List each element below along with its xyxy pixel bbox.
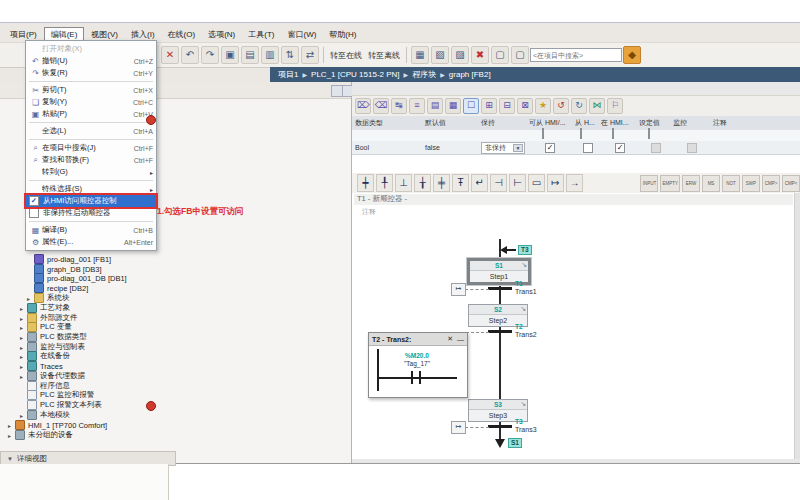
cell-comment[interactable]: [710, 141, 800, 155]
column-header-datatype[interactable]: 数据类型: [352, 116, 426, 131]
tree-item-plc-alarms[interactable]: PLC 监控和报警: [27, 390, 94, 400]
checkbox[interactable]: [580, 128, 582, 139]
entry-jump-label[interactable]: T3: [518, 245, 532, 255]
tree-item-online-backups[interactable]: ▸在线备份: [20, 351, 70, 361]
go-online-button[interactable]: 转至在线: [330, 50, 362, 61]
window2-icon[interactable]: ▢: [511, 46, 529, 64]
compile-icon[interactable]: ▦: [411, 46, 429, 64]
save-icon[interactable]: ▣: [221, 46, 239, 64]
open-contact-icon[interactable]: ⊣: [490, 174, 507, 192]
column-header-default[interactable]: 默认值: [422, 116, 482, 131]
menu-item-compile[interactable]: ▦编译(B)Ctrl+B: [26, 224, 156, 236]
menu-item-nonretain[interactable]: 非保持性启动顺控器: [26, 207, 156, 219]
menu-help[interactable]: 帮助(H): [323, 28, 362, 41]
menu-item-properties[interactable]: ⚙属性(E)...Alt+Enter: [26, 236, 156, 248]
graph-view-icon[interactable]: ☐: [463, 98, 479, 114]
cmp-lt-instruction-button[interactable]: CMP<: [782, 175, 800, 192]
tree-item-db[interactable]: pro-diag_001_DB [DB1]: [34, 273, 127, 283]
cmp-gt-instruction-button[interactable]: CMP>: [762, 175, 780, 192]
simulation-icon[interactable]: ◆: [623, 46, 641, 64]
checkbox[interactable]: [612, 128, 614, 139]
contact-tag-name[interactable]: "Tag_17": [385, 360, 449, 367]
tree-item-db[interactable]: recipe [DB2]: [34, 283, 88, 293]
column-header-retain[interactable]: 保持: [478, 116, 530, 131]
menu-online[interactable]: 在线(O): [162, 28, 202, 41]
cell-setpoint[interactable]: [636, 141, 674, 155]
tree-item-hmi[interactable]: ▸HMI_1 [TP700 Comfort]: [8, 420, 107, 430]
close-icon[interactable]: ✕: [447, 335, 453, 343]
menu-project[interactable]: 项目(P): [4, 28, 43, 41]
menu-item-paste[interactable]: ▣粘贴(P)Ctrl+V: [26, 108, 156, 120]
not-instruction-button[interactable]: NOT: [722, 175, 740, 192]
step-actions-icon[interactable]: ↘: [520, 400, 526, 408]
breadcrumb-graph-fb[interactable]: graph [FB2]: [449, 70, 491, 79]
breadcrumb-program-blocks[interactable]: 程序块: [412, 69, 436, 80]
simultaneous-branch-icon[interactable]: ╪: [433, 174, 450, 192]
menu-window[interactable]: 窗口(W): [281, 28, 322, 41]
insert-network-icon[interactable]: ⌦: [355, 98, 371, 114]
column-header-comment[interactable]: 注释: [710, 116, 800, 131]
cell-datatype[interactable]: Bool: [352, 141, 426, 155]
favorites-icon[interactable]: ★: [535, 98, 551, 114]
fbd-view-icon[interactable]: ▦: [445, 98, 461, 114]
menu-tools[interactable]: 工具(T): [242, 28, 280, 41]
checkbox-checked[interactable]: [615, 143, 625, 153]
step-icon[interactable]: ╀: [376, 174, 393, 192]
cell-hmi-visible[interactable]: [598, 141, 640, 155]
step-actions-icon[interactable]: ↘: [521, 261, 527, 269]
connector-icon[interactable]: →: [566, 174, 583, 192]
transition-name[interactable]: Trans3: [515, 426, 537, 433]
settings-icon[interactable]: ⚐: [607, 98, 623, 114]
transition-network-window[interactable]: T2 - Trans2: ✕ — %M20.0 "Tag_17": [368, 332, 468, 398]
menu-item-search-in-project[interactable]: ⌕在项目中搜索(J)Ctrl+F: [26, 142, 156, 154]
menu-item-select-all[interactable]: 全选(L)Ctrl+A: [26, 125, 156, 137]
absolute-symbolic-icon[interactable]: ≡: [409, 98, 425, 114]
transition-name[interactable]: Trans2: [515, 331, 537, 338]
stop-icon[interactable]: ✖: [471, 46, 489, 64]
swap-instruction-button[interactable]: SWP: [742, 175, 760, 192]
column-header-hmi-visible[interactable]: 在 HMI...: [598, 116, 640, 131]
cell-supervision[interactable]: [670, 141, 714, 155]
minimize-icon[interactable]: —: [457, 336, 464, 343]
open-transition-icon[interactable]: ↦: [451, 421, 466, 434]
checkbox[interactable]: [583, 143, 593, 153]
menu-item-cut[interactable]: ✂剪切(T)Ctrl+X: [26, 84, 156, 96]
ms-instruction-button[interactable]: MS: [702, 175, 720, 192]
tree-item-alarm-text-lists[interactable]: PLC 报警文本列表: [27, 400, 102, 410]
menu-item-redo[interactable]: ↷恢复(R)Ctrl+Y: [26, 67, 156, 79]
rename-icon[interactable]: ↹: [391, 98, 407, 114]
transition-t3[interactable]: [488, 425, 512, 428]
column-header-setpoint[interactable]: 设定值: [636, 116, 674, 131]
canvas-scrollbar[interactable]: [794, 193, 800, 459]
arrow-right-icon[interactable]: ↦: [547, 174, 564, 192]
redo-icon[interactable]: ↷: [201, 46, 219, 64]
menu-item-open-object[interactable]: 打开对象(X): [26, 43, 156, 55]
tree-item-fb[interactable]: pro-diag_001 [FB1]: [34, 254, 111, 264]
go-offline-button[interactable]: 转至离线: [368, 50, 400, 61]
undo-icon[interactable]: ↶: [181, 46, 199, 64]
alternative-branch-icon[interactable]: Ŧ: [452, 174, 469, 192]
menu-item-goto[interactable]: 转到(G)▸: [26, 166, 156, 178]
tree-item-plc-datatypes[interactable]: ▸PLC 数据类型: [20, 332, 87, 342]
sequencer-canvas[interactable]: T1 - 新顺控器 - 注释 T3 S1↘ Step1 T1 Trans1 ↦ …: [352, 193, 794, 459]
window1-icon[interactable]: ▢: [491, 46, 509, 64]
sequencer-comment[interactable]: 注释: [362, 207, 376, 217]
tree-item-tech-objects[interactable]: ▸工艺对象: [20, 303, 70, 313]
empty-box-icon[interactable]: ▭: [528, 174, 545, 192]
column-header-hmi-access[interactable]: 可从 HMI/...: [526, 116, 576, 131]
monitor-off-icon[interactable]: ↻: [571, 98, 587, 114]
menu-insert[interactable]: 插入(I): [125, 28, 161, 41]
tree-item-local-modules[interactable]: ▸本地模块: [20, 410, 70, 420]
menu-item-hmi-access[interactable]: ✓从HMI访问顺控器控制: [26, 195, 156, 207]
step-actions-icon[interactable]: ↘: [520, 305, 526, 313]
tree-item-system-blocks[interactable]: ▸系统块: [27, 293, 70, 303]
search-input[interactable]: [530, 48, 622, 62]
monitor-icon[interactable]: ▨: [451, 46, 469, 64]
menu-view[interactable]: 视图(V): [85, 28, 124, 41]
tree-item-device-proxy[interactable]: ▸设备代理数据: [20, 371, 85, 381]
tree-item-plc-tags[interactable]: ▸PLC 变量: [20, 322, 72, 332]
expand-all-icon[interactable]: ⊞: [481, 98, 497, 114]
library-icon[interactable]: ▤: [241, 46, 259, 64]
retain-dropdown[interactable]: 非保持▼: [481, 142, 525, 154]
close-contact-icon[interactable]: ⊢: [509, 174, 526, 192]
